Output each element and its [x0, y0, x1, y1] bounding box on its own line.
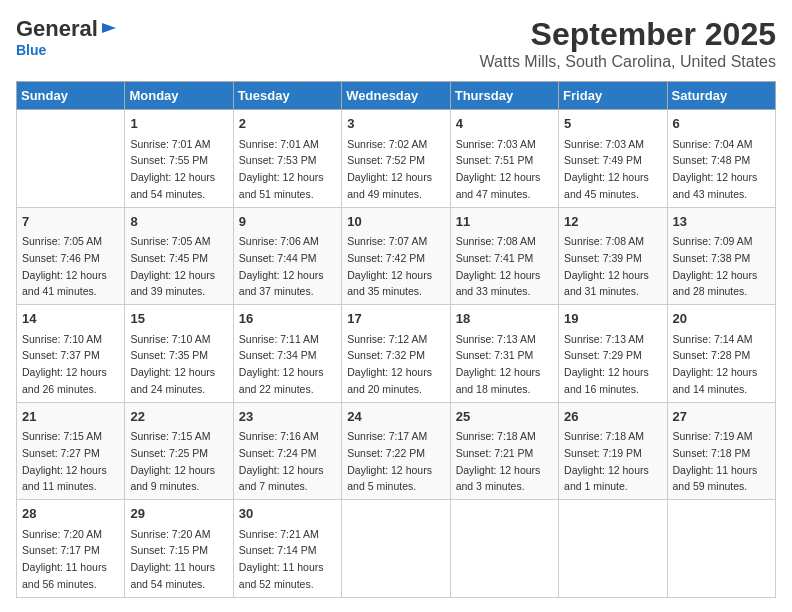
day-info: Sunrise: 7:20 AM Sunset: 7:15 PM Dayligh… [130, 528, 215, 590]
calendar-cell: 19Sunrise: 7:13 AM Sunset: 7:29 PM Dayli… [559, 305, 667, 403]
day-number: 20 [673, 309, 770, 329]
day-number: 24 [347, 407, 444, 427]
day-number: 3 [347, 114, 444, 134]
day-number: 25 [456, 407, 553, 427]
day-info: Sunrise: 7:17 AM Sunset: 7:22 PM Dayligh… [347, 430, 432, 492]
calendar-cell: 1Sunrise: 7:01 AM Sunset: 7:55 PM Daylig… [125, 110, 233, 208]
calendar-cell: 25Sunrise: 7:18 AM Sunset: 7:21 PM Dayli… [450, 402, 558, 500]
day-info: Sunrise: 7:19 AM Sunset: 7:18 PM Dayligh… [673, 430, 758, 492]
day-info: Sunrise: 7:01 AM Sunset: 7:53 PM Dayligh… [239, 138, 324, 200]
day-number: 8 [130, 212, 227, 232]
calendar-cell: 24Sunrise: 7:17 AM Sunset: 7:22 PM Dayli… [342, 402, 450, 500]
calendar-cell: 3Sunrise: 7:02 AM Sunset: 7:52 PM Daylig… [342, 110, 450, 208]
day-number: 9 [239, 212, 336, 232]
calendar-cell [450, 500, 558, 598]
calendar-cell: 15Sunrise: 7:10 AM Sunset: 7:35 PM Dayli… [125, 305, 233, 403]
calendar-cell: 22Sunrise: 7:15 AM Sunset: 7:25 PM Dayli… [125, 402, 233, 500]
day-number: 22 [130, 407, 227, 427]
day-number: 23 [239, 407, 336, 427]
day-number: 15 [130, 309, 227, 329]
day-number: 19 [564, 309, 661, 329]
day-info: Sunrise: 7:18 AM Sunset: 7:21 PM Dayligh… [456, 430, 541, 492]
calendar-cell: 16Sunrise: 7:11 AM Sunset: 7:34 PM Dayli… [233, 305, 341, 403]
day-info: Sunrise: 7:15 AM Sunset: 7:27 PM Dayligh… [22, 430, 107, 492]
calendar-cell: 30Sunrise: 7:21 AM Sunset: 7:14 PM Dayli… [233, 500, 341, 598]
calendar-cell: 10Sunrise: 7:07 AM Sunset: 7:42 PM Dayli… [342, 207, 450, 305]
day-info: Sunrise: 7:13 AM Sunset: 7:31 PM Dayligh… [456, 333, 541, 395]
calendar-cell: 18Sunrise: 7:13 AM Sunset: 7:31 PM Dayli… [450, 305, 558, 403]
week-row-2: 7Sunrise: 7:05 AM Sunset: 7:46 PM Daylig… [17, 207, 776, 305]
day-info: Sunrise: 7:16 AM Sunset: 7:24 PM Dayligh… [239, 430, 324, 492]
day-number: 12 [564, 212, 661, 232]
day-info: Sunrise: 7:13 AM Sunset: 7:29 PM Dayligh… [564, 333, 649, 395]
logo: General Blue [16, 16, 118, 58]
logo-blue: Blue [16, 42, 46, 58]
day-info: Sunrise: 7:11 AM Sunset: 7:34 PM Dayligh… [239, 333, 324, 395]
calendar-cell: 28Sunrise: 7:20 AM Sunset: 7:17 PM Dayli… [17, 500, 125, 598]
day-info: Sunrise: 7:09 AM Sunset: 7:38 PM Dayligh… [673, 235, 758, 297]
day-number: 30 [239, 504, 336, 524]
day-number: 17 [347, 309, 444, 329]
day-info: Sunrise: 7:10 AM Sunset: 7:37 PM Dayligh… [22, 333, 107, 395]
day-number: 2 [239, 114, 336, 134]
day-info: Sunrise: 7:03 AM Sunset: 7:51 PM Dayligh… [456, 138, 541, 200]
svg-marker-0 [102, 23, 116, 33]
page-header: General Blue September 2025 Watts Mills,… [16, 16, 776, 71]
day-info: Sunrise: 7:06 AM Sunset: 7:44 PM Dayligh… [239, 235, 324, 297]
page-title: September 2025 [480, 16, 776, 53]
day-info: Sunrise: 7:02 AM Sunset: 7:52 PM Dayligh… [347, 138, 432, 200]
title-block: September 2025 Watts Mills, South Caroli… [480, 16, 776, 71]
day-number: 4 [456, 114, 553, 134]
day-number: 13 [673, 212, 770, 232]
calendar-cell [342, 500, 450, 598]
calendar-cell: 11Sunrise: 7:08 AM Sunset: 7:41 PM Dayli… [450, 207, 558, 305]
logo-icon [100, 19, 118, 37]
week-row-1: 1Sunrise: 7:01 AM Sunset: 7:55 PM Daylig… [17, 110, 776, 208]
col-header-friday: Friday [559, 82, 667, 110]
week-row-3: 14Sunrise: 7:10 AM Sunset: 7:37 PM Dayli… [17, 305, 776, 403]
day-info: Sunrise: 7:08 AM Sunset: 7:39 PM Dayligh… [564, 235, 649, 297]
day-number: 5 [564, 114, 661, 134]
day-info: Sunrise: 7:03 AM Sunset: 7:49 PM Dayligh… [564, 138, 649, 200]
calendar-cell: 8Sunrise: 7:05 AM Sunset: 7:45 PM Daylig… [125, 207, 233, 305]
col-header-saturday: Saturday [667, 82, 775, 110]
calendar-cell: 17Sunrise: 7:12 AM Sunset: 7:32 PM Dayli… [342, 305, 450, 403]
day-number: 6 [673, 114, 770, 134]
day-number: 26 [564, 407, 661, 427]
calendar-cell: 13Sunrise: 7:09 AM Sunset: 7:38 PM Dayli… [667, 207, 775, 305]
day-number: 21 [22, 407, 119, 427]
page-subtitle: Watts Mills, South Carolina, United Stat… [480, 53, 776, 71]
calendar-cell: 23Sunrise: 7:16 AM Sunset: 7:24 PM Dayli… [233, 402, 341, 500]
calendar-cell: 14Sunrise: 7:10 AM Sunset: 7:37 PM Dayli… [17, 305, 125, 403]
day-info: Sunrise: 7:15 AM Sunset: 7:25 PM Dayligh… [130, 430, 215, 492]
day-info: Sunrise: 7:18 AM Sunset: 7:19 PM Dayligh… [564, 430, 649, 492]
day-number: 27 [673, 407, 770, 427]
col-header-monday: Monday [125, 82, 233, 110]
day-number: 1 [130, 114, 227, 134]
day-info: Sunrise: 7:20 AM Sunset: 7:17 PM Dayligh… [22, 528, 107, 590]
day-number: 11 [456, 212, 553, 232]
calendar-cell: 27Sunrise: 7:19 AM Sunset: 7:18 PM Dayli… [667, 402, 775, 500]
calendar-cell [559, 500, 667, 598]
week-row-4: 21Sunrise: 7:15 AM Sunset: 7:27 PM Dayli… [17, 402, 776, 500]
calendar-cell: 29Sunrise: 7:20 AM Sunset: 7:15 PM Dayli… [125, 500, 233, 598]
calendar-cell: 26Sunrise: 7:18 AM Sunset: 7:19 PM Dayli… [559, 402, 667, 500]
day-info: Sunrise: 7:07 AM Sunset: 7:42 PM Dayligh… [347, 235, 432, 297]
day-number: 16 [239, 309, 336, 329]
col-header-tuesday: Tuesday [233, 82, 341, 110]
day-info: Sunrise: 7:05 AM Sunset: 7:45 PM Dayligh… [130, 235, 215, 297]
calendar-cell: 2Sunrise: 7:01 AM Sunset: 7:53 PM Daylig… [233, 110, 341, 208]
col-header-wednesday: Wednesday [342, 82, 450, 110]
day-number: 10 [347, 212, 444, 232]
calendar-cell: 6Sunrise: 7:04 AM Sunset: 7:48 PM Daylig… [667, 110, 775, 208]
day-info: Sunrise: 7:05 AM Sunset: 7:46 PM Dayligh… [22, 235, 107, 297]
calendar-cell: 7Sunrise: 7:05 AM Sunset: 7:46 PM Daylig… [17, 207, 125, 305]
day-number: 18 [456, 309, 553, 329]
day-info: Sunrise: 7:21 AM Sunset: 7:14 PM Dayligh… [239, 528, 324, 590]
day-info: Sunrise: 7:08 AM Sunset: 7:41 PM Dayligh… [456, 235, 541, 297]
day-info: Sunrise: 7:01 AM Sunset: 7:55 PM Dayligh… [130, 138, 215, 200]
day-number: 28 [22, 504, 119, 524]
calendar-cell: 20Sunrise: 7:14 AM Sunset: 7:28 PM Dayli… [667, 305, 775, 403]
day-number: 7 [22, 212, 119, 232]
calendar-cell: 21Sunrise: 7:15 AM Sunset: 7:27 PM Dayli… [17, 402, 125, 500]
